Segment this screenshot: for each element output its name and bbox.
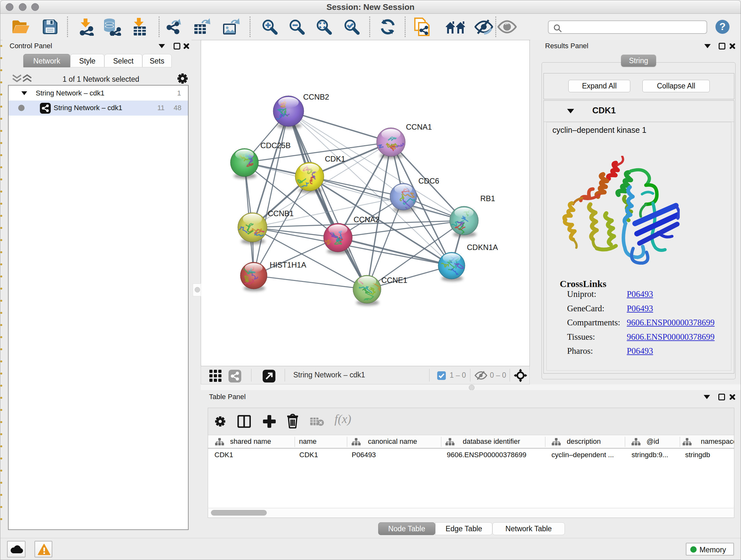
svg-text:?: ? [719,21,726,32]
svg-text:RB1: RB1 [480,194,495,203]
svg-text:CDC25B: CDC25B [260,141,291,150]
svg-text:CCNA2: CCNA2 [354,215,380,224]
svg-text:CDKN1A: CDKN1A [467,243,498,252]
svg-text:CCNA1: CCNA1 [406,123,432,131]
svg-text:CDK1: CDK1 [325,154,345,163]
svg-text:CDC6: CDC6 [418,177,439,185]
svg-text:CCNB2: CCNB2 [303,92,329,101]
svg-text:CCNE1: CCNE1 [381,276,407,285]
svg-text:HIST1H1A: HIST1H1A [270,260,307,269]
svg-text:CCNB1: CCNB1 [268,209,293,218]
